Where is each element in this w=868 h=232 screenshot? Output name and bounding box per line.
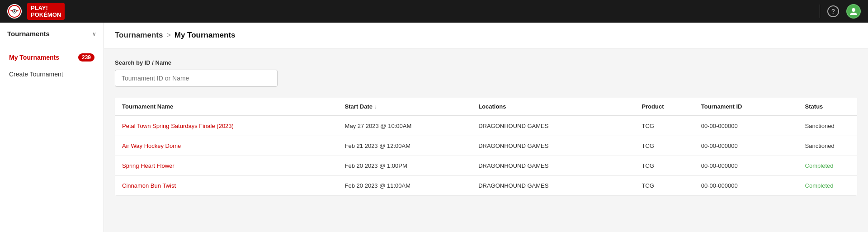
table-row: Cinnamon Bun Twist Feb 20 2023 @ 11:00AM…: [115, 176, 857, 196]
sidebar-section-title: Tournaments: [7, 30, 50, 38]
cell-tournament-id: 00-00-000000: [694, 156, 798, 176]
col-header-start-date[interactable]: Start Date ↓: [338, 98, 472, 116]
cell-product: TCG: [634, 116, 693, 136]
top-nav: PLAY!POKÉMON ?: [0, 0, 868, 23]
status-badge: Completed: [805, 182, 834, 189]
content-area: Search by ID / Name Tournament Name Star: [104, 48, 868, 207]
table-header: Tournament Name Start Date ↓ Locations: [115, 98, 857, 116]
cell-product: TCG: [634, 176, 693, 196]
col-header-location: Locations: [471, 98, 634, 116]
col-header-product: Product: [634, 98, 693, 116]
main-content: Tournaments > My Tournaments Search by I…: [104, 23, 868, 232]
cell-start-date: Feb 20 2023 @ 1:00PM: [338, 156, 472, 176]
avatar[interactable]: [846, 4, 861, 19]
status-badge: Sanctioned: [805, 123, 835, 129]
cell-tournament-id: 00-00-000000: [694, 136, 798, 156]
breadcrumb-parent: Tournaments: [115, 31, 163, 40]
col-header-tournament-id: Tournament ID: [694, 98, 798, 116]
logo-icon: [7, 4, 22, 19]
my-tournaments-badge: 239: [78, 53, 94, 62]
cell-status: Sanctioned: [798, 136, 857, 156]
cell-product: TCG: [634, 136, 693, 156]
cell-status: Completed: [798, 176, 857, 196]
cell-name: Petal Town Spring Saturdays Finale (2023…: [115, 116, 338, 136]
nav-left: PLAY!POKÉMON: [7, 3, 65, 20]
breadcrumb-current: My Tournaments: [175, 31, 236, 40]
tournament-name-link[interactable]: Cinnamon Bun Twist: [122, 182, 176, 189]
cell-location: DRAGONHOUND GAMES: [471, 156, 634, 176]
sidebar-item-label-create-tournament: Create Tournament: [9, 71, 63, 78]
cell-name: Spring Heart Flower: [115, 156, 338, 176]
col-header-name: Tournament Name: [115, 98, 338, 116]
search-section: Search by ID / Name: [115, 59, 857, 87]
cell-start-date: May 27 2023 @ 10:00AM: [338, 116, 472, 136]
nav-right: ?: [820, 4, 861, 19]
cell-start-date: Feb 21 2023 @ 12:00AM: [338, 136, 472, 156]
status-badge: Sanctioned: [805, 142, 835, 149]
sidebar-item-label-my-tournaments: My Tournaments: [9, 54, 59, 61]
table-row: Petal Town Spring Saturdays Finale (2023…: [115, 116, 857, 136]
page-wrapper: Tournaments ∨ My Tournaments 239 Create …: [0, 23, 868, 232]
breadcrumb-separator: >: [166, 31, 170, 39]
tournaments-table: Tournament Name Start Date ↓ Locations: [115, 98, 857, 196]
tournament-name-link[interactable]: Petal Town Spring Saturdays Finale (2023…: [122, 123, 234, 129]
search-input[interactable]: [115, 70, 278, 87]
col-header-status: Status: [798, 98, 857, 116]
cell-status: Completed: [798, 156, 857, 176]
sidebar-section-header[interactable]: Tournaments ∨: [0, 23, 104, 45]
cell-name: Air Way Hockey Dome: [115, 136, 338, 156]
sidebar-item-my-tournaments[interactable]: My Tournaments 239: [0, 49, 104, 66]
logo-text: PLAY!POKÉMON: [27, 3, 65, 20]
sort-arrow-icon: ↓: [374, 104, 377, 110]
nav-divider: [820, 5, 820, 18]
cell-start-date: Feb 20 2023 @ 11:00AM: [338, 176, 472, 196]
cell-product: TCG: [634, 156, 693, 176]
table-row: Air Way Hockey Dome Feb 21 2023 @ 12:00A…: [115, 136, 857, 156]
cell-status: Sanctioned: [798, 116, 857, 136]
status-badge: Completed: [805, 162, 834, 169]
table-body: Petal Town Spring Saturdays Finale (2023…: [115, 116, 857, 196]
breadcrumb: Tournaments > My Tournaments: [104, 23, 868, 48]
cell-tournament-id: 00-00-000000: [694, 176, 798, 196]
table-row: Spring Heart Flower Feb 20 2023 @ 1:00PM…: [115, 156, 857, 176]
svg-point-3: [852, 8, 855, 12]
search-label: Search by ID / Name: [115, 59, 857, 66]
cell-location: DRAGONHOUND GAMES: [471, 116, 634, 136]
sidebar-item-create-tournament[interactable]: Create Tournament: [0, 66, 104, 82]
tournament-name-link[interactable]: Air Way Hockey Dome: [122, 142, 181, 149]
svg-point-2: [14, 10, 15, 12]
sidebar-nav: My Tournaments 239 Create Tournament: [0, 45, 104, 86]
chevron-down-icon: ∨: [92, 31, 96, 37]
sidebar: Tournaments ∨ My Tournaments 239 Create …: [0, 23, 104, 232]
tournaments-table-container: Tournament Name Start Date ↓ Locations: [115, 98, 857, 196]
cell-location: DRAGONHOUND GAMES: [471, 136, 634, 156]
cell-name: Cinnamon Bun Twist: [115, 176, 338, 196]
help-icon[interactable]: ?: [827, 5, 839, 17]
tournament-name-link[interactable]: Spring Heart Flower: [122, 162, 175, 169]
cell-tournament-id: 00-00-000000: [694, 116, 798, 136]
cell-location: DRAGONHOUND GAMES: [471, 176, 634, 196]
